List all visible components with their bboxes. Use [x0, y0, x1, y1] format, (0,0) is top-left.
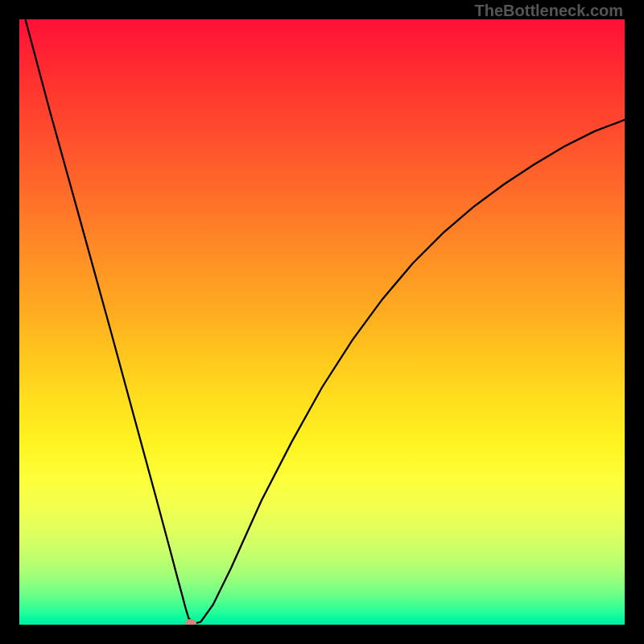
chart-frame	[0, 0, 644, 644]
bottleneck-curve	[26, 19, 625, 624]
plot-area	[19, 19, 625, 625]
curve-svg	[19, 19, 625, 625]
optimal-point-marker	[185, 619, 196, 625]
watermark-text: TheBottleneck.com	[475, 2, 623, 20]
